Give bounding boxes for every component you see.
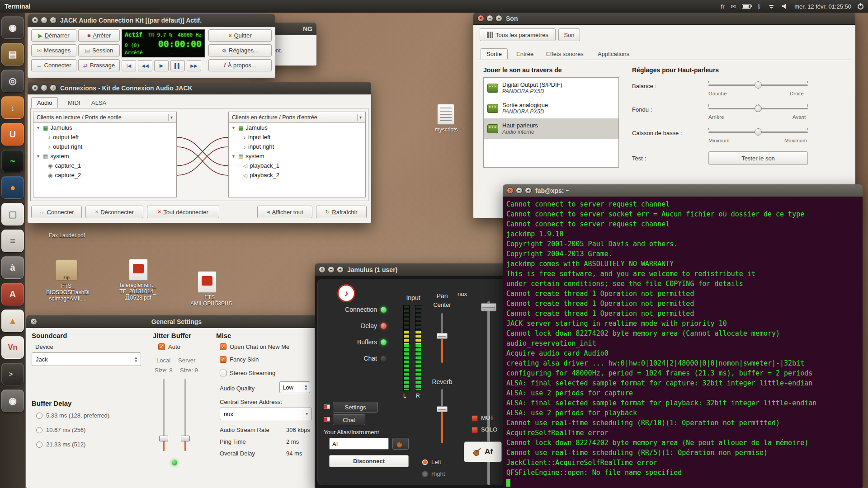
session-power-icon[interactable] <box>858 4 863 9</box>
buffer-option-128[interactable]: 5.33 ms (128, preferred) <box>36 412 109 419</box>
tree-client-jamulus[interactable]: ▼ ▦ Jamulus <box>229 123 365 132</box>
clock[interactable]: mer. 12 févr. 01:25:50 <box>794 3 851 10</box>
jack-quit-button[interactable]: × Quitter <box>208 29 272 42</box>
desktop-icon-telereglement-pdf[interactable] <box>129 259 148 281</box>
maximize-icon[interactable]: + <box>495 15 502 22</box>
tree-port-output-left[interactable]: ♪ output left <box>33 132 176 142</box>
tree-port-input-left[interactable]: ♪ input left <box>229 132 365 142</box>
fade-slider-handle[interactable] <box>755 105 762 112</box>
bluetooth-icon[interactable]: ᛒ <box>757 3 761 10</box>
terminal-output[interactable]: Cannot connect to server request channel… <box>503 197 863 488</box>
output-device-spdif[interactable]: Digital Output (S/PDIF) PANDORA PX5D <box>484 78 618 98</box>
pan-left-radio[interactable]: Left <box>422 459 441 465</box>
open-chat-checkbox[interactable]: ✓ Open Chat on New Me <box>220 343 326 350</box>
launcher-item-document[interactable]: ▢ <box>1 203 24 225</box>
buffer-option-512[interactable]: 21.33 ms (512) <box>36 441 85 448</box>
fade-slider[interactable] <box>708 104 808 113</box>
reverb-fader-handle[interactable] <box>437 406 448 412</box>
tab-midi[interactable]: MIDI <box>62 97 86 108</box>
tree-expanded-icon[interactable]: ▼ <box>231 126 236 130</box>
desktop-icon-telereglement-label[interactable]: telereglement_ TF_20131014_ 110528.pdf <box>111 282 165 301</box>
desktop-icon-zip[interactable]: zip <box>55 260 78 281</box>
disconnect-button[interactable]: Disconnect <box>329 455 409 467</box>
transport-skip-back-button[interactable]: |◀ <box>122 60 136 71</box>
jack-stop-button[interactable]: ■ Arrêter <box>78 29 120 42</box>
close-icon[interactable]: × <box>507 187 514 194</box>
general-settings-titlebar[interactable]: × General Settings <box>26 315 326 328</box>
subwoofer-slider-handle[interactable] <box>755 128 762 136</box>
terminal-titlebar[interactable]: × − + fab@xps: ~ <box>503 184 863 197</box>
disconnect-all-button[interactable]: × Tout déconnecter <box>147 206 219 218</box>
channel-fader-handle[interactable] <box>481 303 496 311</box>
tab-applications[interactable]: Applications <box>592 48 635 59</box>
minimize-icon[interactable]: − <box>516 187 523 194</box>
instrument-picker-button[interactable] <box>392 438 409 450</box>
refresh-button[interactable]: ↻ Rafraîchir <box>316 206 367 218</box>
maximize-icon[interactable]: + <box>50 84 57 91</box>
tab-entree[interactable]: Entrée <box>510 48 539 59</box>
all-settings-button[interactable]: Tous les paramètres <box>480 28 556 41</box>
connect-ports-button[interactable]: ↔ Connecter <box>31 206 82 218</box>
battery-icon[interactable] <box>742 4 751 9</box>
desktop-icon-fts-pdf[interactable] <box>198 271 217 293</box>
output-device-analog[interactable]: Sortie analogique PANDORA PX5D <box>484 98 618 118</box>
tree-port-playback-1[interactable]: ◁ playback_1 <box>229 161 365 170</box>
audio-quality-combobox[interactable]: Low ▴ ▾ <box>279 381 310 393</box>
central-server-combobox[interactable]: nux ▾ <box>220 408 312 420</box>
jitter-auto-checkbox[interactable]: ✓ Auto <box>158 343 180 350</box>
launcher-item-text-editor[interactable]: ≡ <box>1 230 24 252</box>
minimize-icon[interactable]: − <box>486 15 493 22</box>
launcher-item-firefox[interactable]: ● <box>1 176 24 199</box>
jack-patchbay-button[interactable]: ⇄ Brassage <box>78 59 120 71</box>
desktop-icon-fax-pdf[interactable]: Fax Laudet.pdf <box>38 232 96 239</box>
test-sound-button[interactable]: Tester le son <box>708 151 808 165</box>
wifi-icon[interactable] <box>767 4 775 9</box>
tab-effets[interactable]: Effets sonores <box>540 48 590 59</box>
writable-clients-header[interactable]: Clients en écriture / Ports d'entrée ▾ <box>229 112 365 123</box>
volume-icon[interactable] <box>782 4 788 9</box>
tree-port-playback-2[interactable]: ◁ playback_2 <box>229 170 365 180</box>
subwoofer-slider[interactable] <box>708 128 808 136</box>
close-icon[interactable]: × <box>32 17 38 23</box>
jitter-slider-local-handle[interactable] <box>159 436 168 441</box>
readable-clients-header[interactable]: Clients en lecture / Ports de sortie ▾ <box>33 112 176 123</box>
tree-port-capture-1[interactable]: ◉ capture_1 <box>33 161 176 170</box>
tree-expanded-icon[interactable]: ▼ <box>231 154 236 159</box>
balance-slider-handle[interactable] <box>755 81 762 89</box>
pan-right-radio[interactable]: Right <box>422 470 445 477</box>
expand-all-button[interactable]: ◀ Afficher tout <box>257 206 312 218</box>
transport-pause-button[interactable]: ▌▌ <box>170 60 185 71</box>
tab-alsa[interactable]: ALSA <box>85 97 112 108</box>
minimize-icon[interactable]: − <box>328 266 335 273</box>
alias-input[interactable] <box>329 438 389 450</box>
tree-client-jamulus[interactable]: ▼ ▦ Jamulus <box>33 123 176 132</box>
settings-button[interactable]: Settings <box>333 402 378 413</box>
tree-port-output-right[interactable]: ♪ output right <box>33 142 176 151</box>
jack-messages-button[interactable]: ✉ Messages <box>31 44 76 56</box>
jitter-slider-server-handle[interactable] <box>181 436 190 441</box>
launcher-item-files[interactable]: ▤ <box>1 43 24 66</box>
output-device-speakers[interactable]: Haut-parleurs Audio interne <box>484 118 618 139</box>
launcher-item-vnc-viewer[interactable]: Vn <box>1 336 24 359</box>
device-combobox[interactable]: Jack ▴ ▾ <box>32 352 141 366</box>
tree-expanded-icon[interactable]: ▼ <box>36 154 41 159</box>
launcher-item-ubuntu-one[interactable]: U <box>1 123 24 145</box>
pan-fader-handle[interactable] <box>437 333 448 339</box>
desktop-icon-myscripts-label[interactable]: myscripts <box>430 127 462 133</box>
launcher-item-terminal[interactable]: >_ <box>1 363 24 385</box>
disconnect-ports-button[interactable]: × Déconnecter <box>85 206 143 218</box>
tree-port-input-right[interactable]: ♪ input right <box>229 142 365 151</box>
section-button[interactable]: Son <box>558 28 580 41</box>
close-icon[interactable]: × <box>319 266 326 273</box>
minimize-icon[interactable]: − <box>41 84 47 91</box>
mute-checkbox[interactable] <box>472 415 478 422</box>
fancy-skin-checkbox[interactable]: ✓ Fancy Skin <box>220 356 259 363</box>
jack-about-button[interactable]: i À propos... <box>208 59 272 71</box>
keyboard-layout-indicator[interactable]: fr <box>721 3 725 10</box>
close-icon[interactable]: × <box>30 318 37 325</box>
transport-rewind-button[interactable]: ◀◀ <box>138 60 152 71</box>
balance-slider[interactable] <box>708 81 808 89</box>
launcher-item-screenshot[interactable]: ◉ <box>1 389 24 412</box>
desktop-icon-fts-label[interactable]: FTS_ AMILOPi153Pi15 <box>186 294 236 307</box>
buffer-option-256[interactable]: 10.67 ms (256) <box>36 427 85 433</box>
